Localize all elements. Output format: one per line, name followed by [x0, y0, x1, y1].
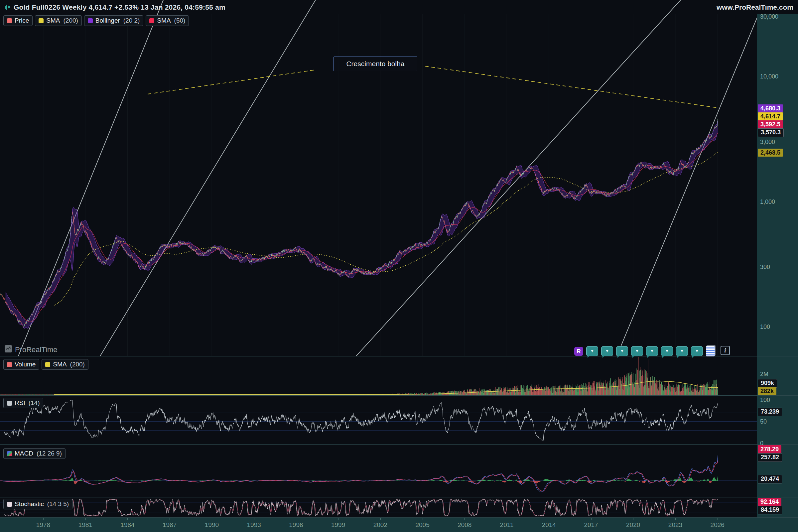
indicator-r-button[interactable]: R [574, 347, 583, 356]
legend-rsi-14[interactable]: RSI(14) [3, 398, 43, 408]
legend-label: SMA [53, 361, 66, 368]
scale-separator [757, 14, 757, 532]
rsi-axis-label: 50 [760, 418, 767, 425]
sma200-color-chip [39, 18, 43, 23]
info-button[interactable]: i [721, 346, 730, 355]
legend-label: SMA [157, 17, 171, 24]
watermark-text: ProRealTime [15, 345, 58, 354]
rsi-legend: RSI(14) [3, 398, 43, 408]
price-color-chip [7, 18, 12, 23]
instrument-candles-icon [5, 4, 11, 10]
legend-label: MACD [15, 450, 33, 457]
main-chart-legend: PriceSMA(200)Bollinger(20 2)SMA(50) [3, 15, 189, 26]
volume-sma-color-chip [45, 362, 50, 367]
panel-separator[interactable] [0, 395, 798, 396]
collapsed-panel-bubble-icon[interactable]: ▾ [601, 346, 613, 356]
price-axis-label: 300 [760, 263, 770, 271]
legend-label: Stochastic [15, 500, 44, 508]
price-axis-label: 3,000 [760, 138, 775, 146]
annotation-label[interactable]: Crescimento bolha [334, 57, 417, 71]
bollinger-color-chip [88, 18, 93, 23]
prt-watermark: ProRealTime [5, 345, 58, 355]
chart-mini-toolbar: R▾▾▾▾▾▾▾▾ [574, 346, 715, 357]
price-axis-label: 100 [760, 323, 770, 331]
notes-document-icon[interactable] [706, 346, 715, 357]
legend-bollinger-20-2[interactable]: Bollinger(20 2) [84, 15, 144, 26]
legend-macd-12-26-9[interactable]: MACD(12 26 9) [3, 448, 65, 459]
chart-header: Gold Full0226 Weekly 4,614.7 +2.53% 13 J… [0, 0, 798, 14]
price-tag: 3,592.5 [758, 120, 783, 128]
legend-param: (50) [174, 17, 186, 24]
macd-tag: 257.82 [758, 453, 782, 462]
price-tag: 2,468.5 [758, 149, 783, 157]
chart-title: Gold Full0226 Weekly 4,614.7 +2.53% 13 J… [14, 3, 225, 11]
collapsed-panel-bubble-icon[interactable]: ▾ [586, 346, 598, 356]
panel-separator [0, 517, 798, 518]
prorealtime-logo-icon [5, 345, 12, 355]
legend-price[interactable]: Price [3, 15, 33, 26]
volume-color-chip [7, 362, 12, 367]
legend-sma-200[interactable]: SMA(200) [41, 359, 89, 370]
legend-label: RSI [15, 399, 25, 407]
price-tag: 3,570.3 [758, 128, 784, 137]
rsi-tag: 73.239 [758, 407, 782, 416]
volume-legend: VolumeSMA(200) [3, 359, 89, 370]
legend-sma-200[interactable]: SMA(200) [35, 15, 82, 26]
rsi-axis-label: 100 [760, 396, 770, 404]
collapsed-panel-bubble-icon[interactable]: ▾ [676, 346, 688, 356]
rsi-color-chip [7, 401, 12, 406]
legend-param: (200) [70, 361, 85, 368]
panel-separator[interactable] [0, 497, 798, 497]
prorealtime-app: 1978198119841987199019931996199920022005… [0, 0, 798, 532]
panel-separator[interactable] [0, 444, 798, 444]
sma50-color-chip [149, 18, 154, 23]
macd-color-chip [7, 451, 12, 456]
collapsed-panel-bubble-icon[interactable]: ▾ [616, 346, 628, 356]
legend-param: (12 26 9) [37, 450, 62, 457]
legend-label: Volume [15, 361, 36, 368]
stochastic-color-chip [7, 502, 12, 507]
legend-volume[interactable]: Volume [3, 359, 39, 370]
stochastic-tag: 92.164 [758, 498, 781, 506]
legend-param: (14) [28, 399, 40, 407]
legend-stochastic-14-3-5[interactable]: Stochastic(14 3 5) [3, 499, 73, 509]
website-link[interactable]: www.ProRealTime.com [717, 3, 793, 11]
legend-param: (14 3 5) [47, 500, 69, 508]
macd-tag: 20.474 [758, 475, 782, 483]
price-tag: 4,680.3 [758, 104, 783, 112]
volume-tag: 282k [758, 387, 776, 395]
collapsed-panel-bubble-icon[interactable]: ▾ [646, 346, 658, 356]
volume-axis-label: 2M [760, 370, 768, 378]
macd-tag: 278.29 [758, 445, 781, 453]
legend-label: Bollinger [95, 17, 120, 24]
stochastic-tag: 84.159 [758, 506, 782, 514]
legend-param: (20 2) [124, 17, 140, 24]
price-tag: 4,614.7 [758, 112, 783, 120]
stochastic-legend: Stochastic(14 3 5) [3, 499, 73, 509]
chart-canvas[interactable] [0, 0, 798, 532]
volume-tag: 909k [758, 379, 777, 388]
price-axis-label: 1,000 [760, 198, 775, 206]
legend-param: (200) [63, 17, 78, 24]
legend-label: Price [15, 17, 29, 24]
collapsed-panel-bubble-icon[interactable]: ▾ [691, 346, 703, 356]
legend-label: SMA [46, 17, 60, 24]
legend-sma-50[interactable]: SMA(50) [146, 15, 189, 26]
macd-legend: MACD(12 26 9) [3, 448, 65, 459]
collapsed-panel-bubble-icon[interactable]: ▾ [631, 346, 643, 356]
price-axis-label: 10,000 [760, 73, 778, 80]
collapsed-panel-bubble-icon[interactable]: ▾ [661, 346, 673, 356]
